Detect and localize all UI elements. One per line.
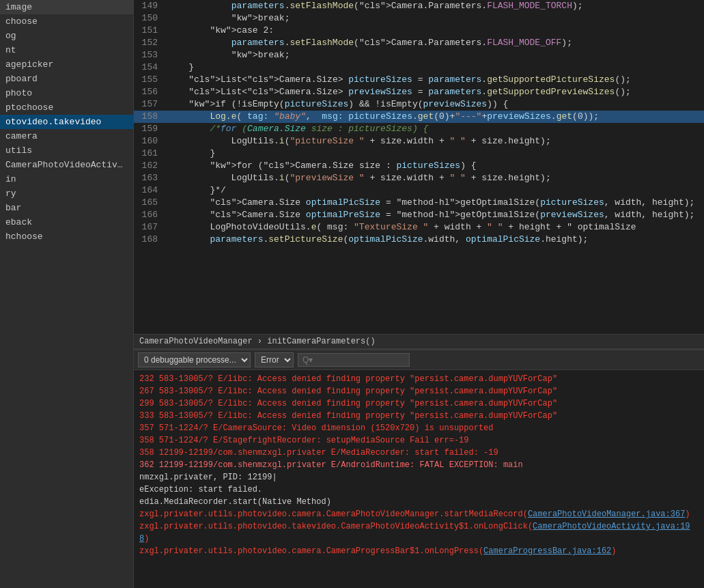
breadcrumb-part1: CameraPhotoVideoManager: [139, 337, 253, 346]
console-log[interactable]: 232 583-13005/? E/libc: Access denied fi…: [134, 370, 704, 588]
line-number: 157: [134, 98, 165, 111]
line-content: "cls">List<"cls">Camera.Size> pictureSiz…: [165, 74, 704, 86]
line-content: "kw">break;: [165, 12, 704, 25]
log-line: 357 571-1224/? E/CameraSource: Video dim…: [139, 422, 699, 434]
breadcrumb: CameraPhotoVideoManager › initCameraPara…: [134, 334, 704, 349]
line-number: 166: [134, 209, 165, 221]
code-editor[interactable]: 149 parameters.setFlashMode("cls">Camera…: [134, 0, 704, 334]
line-number: 168: [134, 234, 165, 246]
log-line: nmzxgl.privater, PID: 12199|: [139, 471, 699, 484]
log-line[interactable]: zxgl.privater.utils.photovideo.camera.Ca…: [139, 508, 699, 520]
breadcrumb-sep: ›: [257, 337, 267, 346]
log-line: 333 583-13005/? E/libc: Access denied fi…: [139, 410, 699, 422]
sidebar-item-ptochoose[interactable]: ptochoose: [0, 100, 133, 115]
process-select[interactable]: 0 debuggable processe...: [138, 352, 251, 367]
code-lines: 149 parameters.setFlashMode("cls">Camera…: [134, 0, 704, 246]
log-line[interactable]: zxgl.privater.utils.photovideo.camera.Ca…: [139, 545, 699, 557]
line-content: parameters.setFlashMode("cls">Camera.Par…: [165, 0, 704, 12]
log-line: 362 12199-12199/com.shenmzxgl.privater E…: [139, 459, 699, 471]
line-content: parameters.setFlashMode("cls">Camera.Par…: [165, 37, 704, 49]
log-line[interactable]: zxgl.privater.utils.photovideo.takevideo…: [139, 520, 699, 545]
log-link[interactable]: CameraProgressBar.java:162: [483, 546, 611, 556]
sidebar: imagechooseogntagepickerpboardphotoptoch…: [0, 0, 134, 588]
line-number: 164: [134, 184, 165, 197]
line-number: 149: [134, 0, 165, 12]
line-number: 160: [134, 135, 165, 148]
log-line: 299 583-13005/? E/libc: Access denied fi…: [139, 397, 699, 410]
line-number: 151: [134, 25, 165, 37]
line-number: 165: [134, 197, 165, 209]
code-row: 161 }: [134, 148, 704, 160]
log-line: 267 583-13005/? E/libc: Access denied fi…: [139, 385, 699, 397]
log-line: 358 12199-12199/com.shenmzxgl.privater E…: [139, 447, 699, 459]
code-row: 164 }*/: [134, 184, 704, 197]
line-content: LogUtils.i("pictureSize " + size.width +…: [165, 135, 704, 148]
sidebar-item-ry[interactable]: ry: [0, 186, 133, 201]
code-row: 155 "cls">List<"cls">Camera.Size> pictur…: [134, 74, 704, 86]
code-row: 151 "kw">case 2:: [134, 25, 704, 37]
line-number: 153: [134, 49, 165, 61]
code-row: 168 parameters.setPictureSize(optimalPic…: [134, 234, 704, 246]
log-line: 358 571-1224/? E/StagefrightRecorder: se…: [139, 434, 699, 447]
sidebar-item-agepicker[interactable]: agepicker: [0, 57, 133, 72]
console-toolbar: 0 debuggable processe... Error: [134, 350, 704, 370]
sidebar-item-pboard[interactable]: pboard: [0, 72, 133, 86]
line-number: 161: [134, 148, 165, 160]
line-content: /*for (Camera.Size size : pictureSizes) …: [165, 123, 704, 135]
line-content: }: [165, 61, 704, 74]
sidebar-item-CameraPhotoVideoActivity[interactable]: CameraPhotoVideoActivity: [0, 158, 133, 172]
line-number: 152: [134, 37, 165, 49]
code-row: 149 parameters.setFlashMode("cls">Camera…: [134, 0, 704, 12]
sidebar-item-utils[interactable]: utils: [0, 143, 133, 158]
line-content: "kw">if (!isEmpty(pictureSizes) && !isEm…: [165, 98, 704, 111]
line-content: LogUtils.i("previewSize " + size.width +…: [165, 172, 704, 184]
line-number: 155: [134, 74, 165, 86]
line-number: 163: [134, 172, 165, 184]
level-select[interactable]: Error: [255, 352, 294, 367]
line-number: 150: [134, 12, 165, 25]
sidebar-item-bar[interactable]: bar: [0, 201, 133, 215]
line-content: "kw">break;: [165, 49, 704, 61]
line-content: LogPhotoVideoUtils.e( msg: "TextureSize …: [165, 221, 704, 234]
log-line: 232 583-13005/? E/libc: Access denied fi…: [139, 373, 699, 385]
code-row: 167 LogPhotoVideoUtils.e( msg: "TextureS…: [134, 221, 704, 234]
log-link[interactable]: CameraPhotoVideoManager.java:367: [528, 509, 685, 519]
line-content: }*/: [165, 184, 704, 197]
line-number: 159: [134, 123, 165, 135]
line-content: "kw">for ("cls">Camera.Size size : pictu…: [165, 160, 704, 172]
console-area: 0 debuggable processe... Error 232 583-1…: [134, 349, 704, 588]
code-row: 163 LogUtils.i("previewSize " + size.wid…: [134, 172, 704, 184]
code-row: 160 LogUtils.i("pictureSize " + size.wid…: [134, 135, 704, 148]
log-link[interactable]: CameraPhotoVideoActivity.java:198: [139, 522, 690, 544]
log-line: eException: start failed.: [139, 484, 699, 496]
code-row: 162 "kw">for ("cls">Camera.Size size : p…: [134, 160, 704, 172]
main-panel: 149 parameters.setFlashMode("cls">Camera…: [134, 0, 704, 588]
code-row: 154 }: [134, 61, 704, 74]
sidebar-item-in[interactable]: in: [0, 172, 133, 186]
sidebar-item-hchoose[interactable]: hchoose: [0, 229, 133, 244]
line-number: 158: [134, 111, 165, 123]
line-content: "cls">Camera.Size optimalPreSize = "meth…: [165, 209, 704, 221]
line-content: Log.e( tag: "baby", msg: pictureSizes.ge…: [165, 111, 704, 123]
line-content: "cls">Camera.Size optimalPicSize = "meth…: [165, 197, 704, 209]
sidebar-item-eback[interactable]: eback: [0, 215, 133, 229]
sidebar-item-nt[interactable]: nt: [0, 43, 133, 57]
line-content: }: [165, 148, 704, 160]
code-row: 165 "cls">Camera.Size optimalPicSize = "…: [134, 197, 704, 209]
sidebar-item-og[interactable]: og: [0, 29, 133, 43]
code-row: 157 "kw">if (!isEmpty(pictureSizes) && !…: [134, 98, 704, 111]
code-row: 152 parameters.setFlashMode("cls">Camera…: [134, 37, 704, 49]
sidebar-item-photo[interactable]: photo: [0, 86, 133, 100]
log-line: edia.MediaRecorder.start(Native Method): [139, 496, 699, 508]
sidebar-item-image[interactable]: image: [0, 0, 133, 14]
sidebar-item-otovideo-takevideo[interactable]: otovideo.takevideo: [0, 115, 133, 129]
sidebar-item-choose[interactable]: choose: [0, 14, 133, 29]
sidebar-items: imagechooseogntagepickerpboardphotoptoch…: [0, 0, 133, 244]
code-row: 153 "kw">break;: [134, 49, 704, 61]
code-row: 156 "cls">List<"cls">Camera.Size> previe…: [134, 86, 704, 98]
breadcrumb-part2: initCameraParameters(): [267, 337, 375, 346]
search-input[interactable]: [298, 353, 410, 367]
line-content: parameters.setPictureSize(optimalPicSize…: [165, 234, 704, 246]
line-number: 156: [134, 86, 165, 98]
sidebar-item-camera[interactable]: camera: [0, 129, 133, 143]
